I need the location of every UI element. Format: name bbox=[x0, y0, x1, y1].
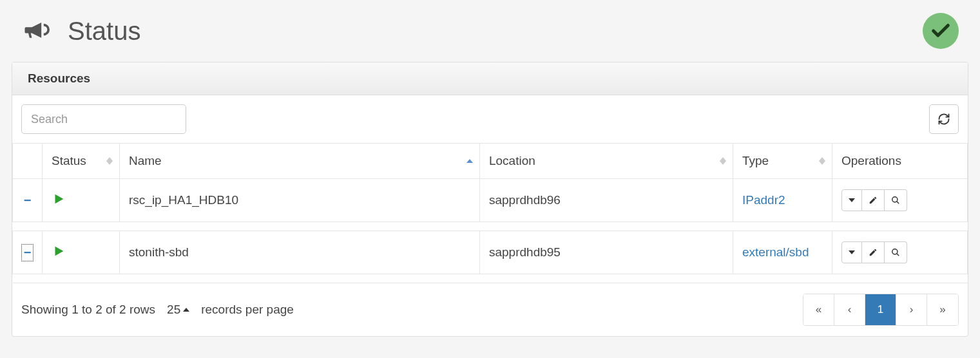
column-type-label: Type bbox=[742, 154, 769, 167]
magnify-icon bbox=[891, 248, 900, 257]
spacer-row bbox=[13, 222, 968, 231]
svg-marker-4 bbox=[720, 161, 726, 165]
svg-marker-15 bbox=[183, 308, 189, 312]
page-size-value: 25 bbox=[167, 303, 180, 317]
column-name-label: Name bbox=[129, 154, 162, 167]
row-operations bbox=[841, 241, 907, 263]
spacer-row bbox=[13, 274, 968, 283]
column-operations: Operations bbox=[832, 144, 968, 179]
svg-marker-12 bbox=[849, 250, 855, 254]
svg-marker-1 bbox=[106, 161, 113, 165]
search-input[interactable] bbox=[21, 104, 186, 134]
magnify-icon bbox=[891, 196, 900, 205]
sort-arrows-icon bbox=[106, 157, 113, 165]
edit-button[interactable] bbox=[862, 189, 885, 211]
resources-table: Status Name Location bbox=[12, 143, 968, 283]
column-location[interactable]: Location bbox=[479, 144, 733, 179]
svg-line-10 bbox=[897, 202, 899, 204]
refresh-icon bbox=[937, 113, 950, 126]
resource-location: sapprdhdb96 bbox=[479, 179, 733, 222]
column-location-label: Location bbox=[489, 154, 535, 167]
resource-name: rsc_ip_HA1_HDB10 bbox=[120, 179, 480, 222]
svg-marker-8 bbox=[849, 198, 855, 202]
page-first-button[interactable]: « bbox=[803, 294, 834, 325]
sort-asc-icon bbox=[466, 159, 473, 163]
column-name[interactable]: Name bbox=[120, 144, 480, 179]
svg-marker-6 bbox=[819, 161, 825, 165]
resource-name: stonith-sbd bbox=[120, 231, 480, 274]
collapse-icon[interactable]: − bbox=[21, 244, 34, 261]
svg-marker-7 bbox=[55, 194, 64, 203]
page-current-button[interactable]: 1 bbox=[865, 294, 896, 325]
running-icon bbox=[52, 195, 66, 209]
running-icon bbox=[52, 247, 66, 261]
pagination: « ‹ 1 › » bbox=[803, 294, 959, 326]
svg-point-9 bbox=[892, 197, 898, 202]
caret-up-icon bbox=[183, 308, 189, 312]
sort-arrows-icon bbox=[720, 157, 726, 165]
table-row: − stonith-sbd sapprdhdb95 external/sbd bbox=[13, 231, 968, 274]
megaphone-icon bbox=[21, 15, 50, 46]
page-header-left: Status bbox=[21, 15, 140, 46]
details-button[interactable] bbox=[885, 241, 907, 263]
page-header: Status bbox=[12, 6, 968, 62]
pencil-icon bbox=[869, 248, 878, 257]
svg-marker-11 bbox=[55, 246, 64, 256]
column-operations-label: Operations bbox=[841, 154, 901, 167]
pencil-icon bbox=[869, 196, 878, 205]
page-prev-button[interactable]: ‹ bbox=[834, 294, 865, 325]
actions-dropdown-button[interactable] bbox=[841, 241, 862, 263]
caret-down-icon bbox=[849, 250, 855, 254]
caret-down-icon bbox=[849, 198, 855, 202]
actions-dropdown-button[interactable] bbox=[841, 189, 862, 211]
refresh-button[interactable] bbox=[929, 104, 959, 134]
resource-type-link[interactable]: external/sbd bbox=[742, 245, 809, 259]
panel-heading: Resources bbox=[12, 62, 968, 95]
toolbar bbox=[12, 95, 968, 143]
page-size-selector[interactable]: 25 bbox=[167, 303, 189, 317]
column-type[interactable]: Type bbox=[733, 144, 832, 179]
footer-left: Showing 1 to 2 of 2 rows 25 records per … bbox=[21, 303, 294, 317]
details-button[interactable] bbox=[885, 189, 907, 211]
records-label: records per page bbox=[201, 303, 294, 317]
page-next-button[interactable]: › bbox=[896, 294, 927, 325]
table-row: − rsc_ip_HA1_HDB10 sapprdhdb96 IPaddr2 bbox=[13, 179, 968, 222]
check-icon bbox=[930, 20, 952, 42]
svg-point-13 bbox=[892, 249, 898, 254]
column-status[interactable]: Status bbox=[43, 144, 120, 179]
collapse-icon[interactable]: − bbox=[24, 193, 32, 208]
row-operations bbox=[841, 189, 907, 211]
resource-location: sapprdhdb95 bbox=[479, 231, 733, 274]
resource-type-link[interactable]: IPaddr2 bbox=[742, 193, 785, 207]
svg-line-14 bbox=[897, 254, 899, 256]
column-expand bbox=[13, 144, 43, 179]
svg-marker-2 bbox=[466, 159, 473, 163]
page-title: Status bbox=[68, 17, 140, 46]
edit-button[interactable] bbox=[862, 241, 885, 263]
status-ok-badge bbox=[923, 13, 959, 49]
table-footer: Showing 1 to 2 of 2 rows 25 records per … bbox=[12, 283, 968, 336]
column-status-label: Status bbox=[52, 154, 86, 167]
resources-panel: Resources Status Name bbox=[12, 62, 968, 337]
sort-arrows-icon bbox=[819, 157, 825, 165]
rows-summary: Showing 1 to 2 of 2 rows bbox=[21, 303, 155, 317]
page-last-button[interactable]: » bbox=[927, 294, 958, 325]
